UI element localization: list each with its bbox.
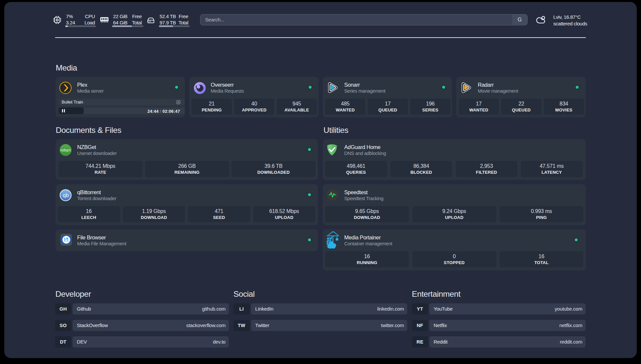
- svg-text:nzbget: nzbget: [61, 148, 71, 152]
- svg-text:qb: qb: [63, 192, 69, 198]
